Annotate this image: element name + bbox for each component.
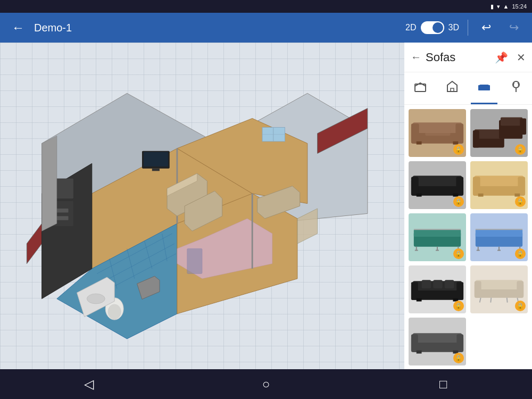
svg-point-31 <box>108 304 121 319</box>
svg-rect-64 <box>413 176 462 186</box>
lock-badge-5: 🔒 <box>453 248 464 259</box>
floor-plan-3d <box>0 53 404 364</box>
3d-label: 3D <box>448 23 459 32</box>
toggle-switch[interactable] <box>421 21 444 34</box>
tab-plant[interactable] <box>503 77 529 100</box>
svg-point-34 <box>87 294 105 304</box>
status-icons: ▮ ▾ ▲ 15:24 <box>491 3 527 10</box>
svg-rect-66 <box>456 177 463 195</box>
battery-icon: ▮ <box>491 3 494 10</box>
svg-rect-52 <box>455 123 463 143</box>
plant-icon <box>509 80 523 97</box>
svg-rect-112 <box>411 334 418 352</box>
tab-home[interactable] <box>439 77 466 100</box>
svg-rect-99 <box>445 280 454 288</box>
top-bar: ← Demo-1 2D 3D ↩ ↪ <box>0 13 532 43</box>
project-title: Demo-1 <box>34 22 72 34</box>
apartment-3d-view <box>0 53 404 364</box>
sofa-item-5[interactable]: 🔒 <box>409 213 466 261</box>
svg-marker-39 <box>42 136 57 231</box>
sofa-item-3[interactable]: 🔒 <box>409 161 466 209</box>
undo-button[interactable]: ↩ <box>477 18 496 37</box>
panel-title: Sofas <box>426 51 491 64</box>
panel-header-actions: 📌 ✕ <box>495 51 526 64</box>
room-icon <box>413 80 427 97</box>
svg-rect-104 <box>475 281 481 297</box>
sofa-icon <box>477 80 491 97</box>
svg-rect-111 <box>413 333 462 343</box>
panel-header: ← Sofas 📌 ✕ <box>404 43 532 72</box>
svg-rect-103 <box>476 280 522 289</box>
lock-badge-1: 🔒 <box>453 144 464 155</box>
svg-rect-95 <box>411 282 418 300</box>
svg-rect-113 <box>456 334 463 352</box>
sofa-item-4[interactable]: 🔒 <box>470 161 528 209</box>
sofa-item-1[interactable]: 🔒 <box>409 109 466 157</box>
svg-rect-60 <box>501 118 522 126</box>
side-panel: ← Sofas 📌 ✕ <box>404 43 532 369</box>
svg-rect-24 <box>144 152 168 167</box>
svg-rect-73 <box>478 194 484 197</box>
toolbar-divider <box>468 20 468 36</box>
toggle-knob <box>433 22 443 33</box>
tab-room[interactable] <box>407 77 434 100</box>
main-content: ← Sofas 📌 ✕ <box>0 43 532 369</box>
sofa-items-grid: 🔒 🔒 <box>404 105 532 369</box>
svg-rect-65 <box>411 177 419 195</box>
nav-back-button[interactable]: ◁ <box>77 372 101 396</box>
svg-line-108 <box>507 298 508 303</box>
close-panel-button[interactable]: ✕ <box>517 51 526 64</box>
lock-badge-4: 🔒 <box>515 196 526 207</box>
svg-rect-40 <box>187 248 202 273</box>
svg-marker-3 <box>27 223 41 263</box>
wifi-icon: ▾ <box>497 3 500 10</box>
svg-rect-85 <box>476 229 522 237</box>
sofa-item-6[interactable]: 🔒 <box>470 213 528 261</box>
sofa-item-2[interactable]: 🔒 <box>470 109 528 157</box>
pin-button[interactable]: 📌 <box>495 51 508 64</box>
time-display: 15:24 <box>512 3 527 10</box>
nav-recents-button[interactable]: □ <box>431 372 455 396</box>
lock-badge-8: 🔒 <box>515 301 526 311</box>
svg-rect-25 <box>152 169 160 171</box>
svg-rect-45 <box>478 85 481 90</box>
svg-rect-100 <box>417 298 422 302</box>
svg-rect-96 <box>456 282 463 300</box>
svg-rect-97 <box>422 280 431 288</box>
lock-badge-7: 🔒 <box>453 301 464 311</box>
view-mode-toggle[interactable]: 2D 3D <box>405 21 459 34</box>
floor-plan-canvas[interactable] <box>0 43 404 369</box>
svg-rect-76 <box>414 229 461 237</box>
lock-badge-6: 🔒 <box>515 248 526 259</box>
tab-sofa[interactable] <box>471 77 497 100</box>
svg-rect-53 <box>417 142 422 145</box>
lock-badge-2: 🔒 <box>515 144 526 155</box>
svg-rect-114 <box>417 351 422 354</box>
svg-rect-72 <box>518 177 525 195</box>
back-button[interactable]: ← <box>9 18 28 37</box>
redo-button[interactable]: ↪ <box>504 18 523 37</box>
svg-rect-62 <box>499 130 522 139</box>
svg-rect-67 <box>417 194 422 197</box>
category-tabs <box>404 72 532 105</box>
svg-rect-51 <box>411 123 419 143</box>
lock-badge-9: 🔒 <box>453 353 464 363</box>
panel-back-button[interactable]: ← <box>411 51 421 63</box>
home-icon <box>445 80 459 97</box>
sofa-item-8[interactable]: 🔒 <box>470 265 528 313</box>
bottom-nav: ◁ ○ □ <box>0 369 532 399</box>
sofa-item-7[interactable]: 🔒 <box>409 265 466 313</box>
top-bar-right: 2D 3D ↩ ↪ <box>405 18 523 37</box>
nav-home-button[interactable]: ○ <box>254 372 278 396</box>
svg-rect-105 <box>517 281 523 297</box>
svg-line-107 <box>491 298 491 303</box>
svg-rect-55 <box>425 128 450 136</box>
svg-rect-58 <box>473 130 479 147</box>
sofa-item-9[interactable]: 🔒 <box>409 318 466 365</box>
status-bar: ▮ ▾ ▲ 15:24 <box>0 0 532 13</box>
lock-badge-3: 🔒 <box>453 196 464 207</box>
signal-icon: ▲ <box>503 3 509 10</box>
svg-line-106 <box>480 298 481 303</box>
2d-label: 2D <box>405 23 416 32</box>
svg-rect-98 <box>433 280 443 288</box>
